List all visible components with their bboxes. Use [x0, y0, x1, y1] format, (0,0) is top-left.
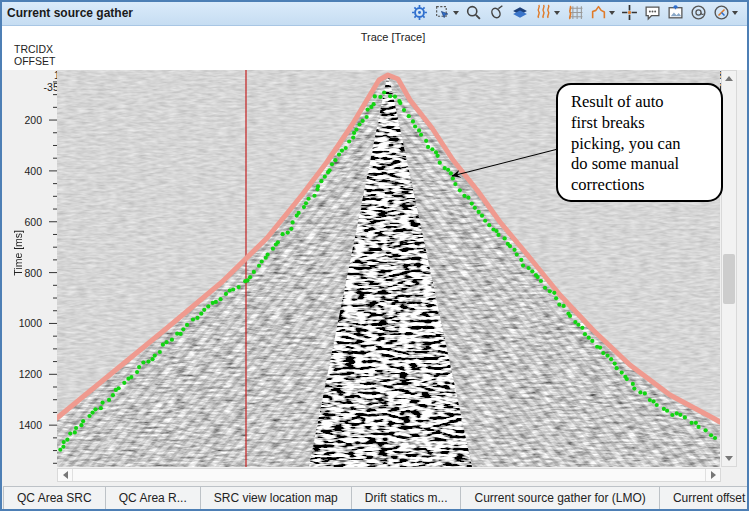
- dropdown-caret-icon: [453, 11, 459, 15]
- time-axis-ticks: [45, 70, 57, 467]
- horizontal-scrollbar[interactable]: [57, 468, 721, 482]
- select-region-icon[interactable]: [433, 3, 460, 22]
- dropdown-caret-icon: [609, 11, 615, 15]
- crosshair-pointer-icon[interactable]: [620, 3, 639, 22]
- time-tick-label: 400: [10, 165, 42, 177]
- time-tick-label: 200: [10, 114, 42, 126]
- tab-src-view-location-map[interactable]: SRC view location map: [200, 486, 352, 510]
- offset-row-label: OFFSET: [14, 55, 55, 67]
- annotation-at-icon[interactable]: [689, 3, 708, 22]
- trace-header-axis: Trace [Trace] TRCIDX OFFSET 1-351741-251…: [0, 26, 749, 70]
- time-tick-label: 1400: [10, 419, 42, 431]
- compass-orientation-icon[interactable]: [712, 3, 739, 22]
- grid-spectrum-icon[interactable]: [565, 3, 585, 22]
- vertical-scrollbar[interactable]: [721, 70, 737, 467]
- comment-bubble-icon[interactable]: [643, 3, 662, 22]
- arrow-up-icon: [725, 76, 733, 81]
- time-tick-label: 600: [10, 216, 42, 228]
- annotation-text: Result of auto first breaks picking, you…: [571, 92, 715, 196]
- window-title: Current source gather: [0, 6, 133, 20]
- toolbar: [410, 3, 749, 22]
- scroll-right-button[interactable]: [705, 469, 720, 481]
- zoom-magnifier-icon[interactable]: [464, 3, 483, 22]
- time-tick-label: 1200: [10, 368, 42, 380]
- annotation-callout[interactable]: Result of auto first breaks picking, you…: [556, 83, 723, 202]
- view-tabbar: QC Area SRCQC Area R...SRC view location…: [0, 486, 749, 511]
- tab-qc-area-r[interactable]: QC Area R...: [105, 486, 201, 510]
- arrow-right-icon: [711, 471, 716, 479]
- trace-axis-title: Trace [Trace]: [330, 31, 456, 43]
- tab-current-offset-gat[interactable]: Current offset gat...: [659, 486, 749, 510]
- mouse-pick-icon[interactable]: [487, 3, 506, 22]
- current-source-gather-window: Current source gather: [0, 0, 749, 511]
- trcidx-row-label: TRCIDX: [14, 43, 53, 55]
- tab-qc-area-src[interactable]: QC Area SRC: [3, 486, 106, 510]
- window-titlebar: Current source gather: [0, 0, 749, 26]
- arrow-left-icon: [63, 471, 68, 479]
- layers-icon[interactable]: [510, 3, 530, 22]
- vertical-scrollbar-thumb[interactable]: [723, 254, 735, 304]
- arrow-down-icon: [725, 456, 733, 461]
- wiggle-display-icon[interactable]: [534, 3, 561, 22]
- tab-drift-statics-m[interactable]: Drift statics m...: [351, 486, 462, 510]
- time-tick-label: 1000: [10, 317, 42, 329]
- scroll-down-button[interactable]: [722, 451, 736, 466]
- settings-gear-icon[interactable]: [410, 3, 429, 22]
- dropdown-caret-icon: [732, 11, 738, 15]
- dropdown-caret-icon: [554, 11, 560, 15]
- time-tick-label: 800: [10, 267, 42, 279]
- scroll-left-button[interactable]: [58, 469, 73, 481]
- tab-current-source-gather-for-lmo[interactable]: Current source gather for (LMO): [460, 486, 659, 510]
- snapshot-image-icon[interactable]: [666, 3, 685, 22]
- histogram-shape-icon[interactable]: [589, 3, 616, 22]
- scroll-up-button[interactable]: [722, 71, 736, 86]
